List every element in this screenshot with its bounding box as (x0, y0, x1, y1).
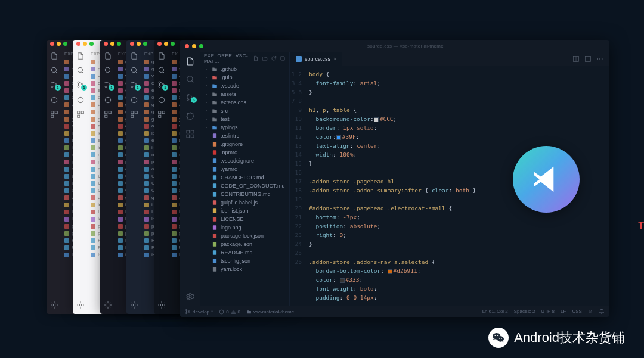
debug-icon[interactable] (76, 96, 85, 104)
folder-item[interactable]: extensions (200, 98, 289, 107)
close-icon[interactable] (185, 44, 189, 48)
cursor-position[interactable]: Ln 61, Col 2 (482, 309, 508, 315)
search-icon[interactable] (157, 66, 166, 74)
feedback-icon[interactable]: ☺ (588, 309, 593, 315)
file-name: CHANGELOG.md (221, 175, 264, 180)
extensions-icon[interactable] (130, 110, 138, 119)
file-name: .vscodeignore (221, 158, 254, 164)
debug-icon[interactable] (130, 96, 138, 104)
files-icon[interactable] (50, 52, 58, 60)
refresh-icon[interactable] (271, 55, 277, 61)
gear-icon[interactable] (185, 292, 195, 301)
extensions-icon[interactable] (76, 110, 85, 119)
file-item[interactable]: package-lock.json (200, 232, 289, 240)
svg-rect-25 (105, 115, 107, 117)
collapse-all-icon[interactable] (280, 55, 286, 61)
language-mode[interactable]: CSS (572, 309, 581, 315)
svg-rect-75 (586, 57, 591, 62)
svg-rect-62 (213, 183, 216, 188)
search-icon[interactable] (104, 66, 112, 74)
source-control-icon[interactable]: 3 (185, 92, 195, 103)
wechat-icon (488, 328, 509, 348)
gear-icon[interactable] (50, 301, 58, 309)
close-icon[interactable]: × (333, 56, 336, 62)
layout-icon[interactable] (584, 55, 592, 63)
file-item[interactable]: tsconfig.json (200, 257, 289, 265)
search-icon[interactable] (130, 66, 138, 74)
notifications-icon[interactable] (599, 309, 605, 315)
file-item[interactable]: package.json (200, 240, 289, 248)
extensions-icon[interactable] (185, 129, 195, 139)
maximize-icon[interactable] (199, 44, 203, 48)
file-item[interactable]: CHANGELOG.md (200, 173, 289, 182)
folder-item[interactable]: typings (200, 123, 289, 132)
file-item[interactable]: CODE_OF_CONDUCT.md (200, 182, 289, 190)
folder-item[interactable]: assets (200, 90, 289, 98)
minimize-icon[interactable] (192, 44, 196, 48)
eol[interactable]: LF (561, 309, 566, 315)
tab-source-css[interactable]: source.css × (290, 52, 343, 66)
folder-item[interactable]: .vscode (200, 82, 289, 90)
file-icon (212, 200, 218, 206)
encoding[interactable]: UTF-8 (541, 309, 555, 315)
search-icon[interactable] (76, 66, 85, 74)
file-name: gulpfile.babel.js (221, 200, 258, 206)
split-editor-icon[interactable] (572, 55, 580, 63)
explorer-header: EXPLORER: VSC-MAT… (204, 53, 253, 64)
gear-icon[interactable] (157, 301, 166, 309)
file-item[interactable]: LICENSE (200, 215, 289, 223)
svg-point-45 (187, 76, 193, 82)
file-item[interactable]: .npmrc (200, 148, 289, 157)
file-item[interactable]: yarn.lock (200, 265, 289, 273)
file-item[interactable]: .vscodeignore (200, 157, 289, 165)
folder-item[interactable]: .github (200, 65, 289, 73)
search-icon[interactable] (185, 74, 195, 84)
debug-icon[interactable] (50, 96, 58, 104)
files-icon[interactable] (76, 52, 85, 60)
files-icon[interactable] (185, 57, 195, 66)
project-indicator[interactable]: vsc-material-theme (246, 309, 294, 315)
file-item[interactable]: CONTRIBUTING.md (200, 190, 289, 198)
svg-point-8 (53, 304, 55, 306)
files-icon[interactable] (130, 52, 138, 60)
more-icon[interactable] (596, 55, 603, 63)
indentation[interactable]: Spaces: 2 (514, 309, 535, 315)
svg-point-11 (78, 86, 79, 88)
svg-point-86 (497, 335, 499, 336)
extensions-icon[interactable] (50, 110, 58, 119)
debug-icon[interactable] (157, 96, 166, 104)
svg-point-40 (159, 97, 164, 102)
gear-icon[interactable] (130, 301, 138, 309)
folder-icon (212, 91, 218, 97)
debug-icon[interactable] (185, 111, 195, 121)
new-file-icon[interactable] (253, 55, 259, 61)
file-item[interactable]: iconlist.json (200, 207, 289, 215)
file-item[interactable]: .eslintrc (200, 132, 289, 140)
git-badge: 3 (191, 97, 197, 103)
files-icon[interactable] (104, 52, 112, 60)
gear-icon[interactable] (104, 301, 112, 309)
folder-icon (212, 66, 218, 72)
folder-item[interactable]: src (200, 107, 289, 115)
file-item[interactable]: logo.png (200, 223, 289, 232)
file-item[interactable]: .gitignore (200, 140, 289, 148)
search-icon[interactable] (50, 66, 58, 74)
file-item[interactable]: README.md (200, 248, 289, 257)
svg-rect-69 (213, 242, 216, 247)
file-name: yarn.lock (221, 266, 242, 272)
extensions-icon[interactable] (104, 110, 112, 119)
folder-icon (212, 124, 218, 130)
file-item[interactable]: .yarnrc (200, 165, 289, 173)
svg-point-13 (78, 97, 83, 102)
file-item[interactable]: gulpfile.babel.js (200, 198, 289, 207)
branch-indicator[interactable]: develop* (185, 309, 213, 315)
debug-icon[interactable] (104, 96, 112, 104)
folder-item[interactable]: .gulp (200, 73, 289, 82)
svg-point-77 (599, 58, 600, 60)
files-icon[interactable] (157, 52, 166, 60)
extensions-icon[interactable] (157, 110, 166, 119)
problems-indicator[interactable]: 0 0 (219, 309, 240, 315)
gear-icon[interactable] (76, 301, 85, 309)
new-folder-icon[interactable] (262, 55, 268, 61)
folder-item[interactable]: test (200, 115, 289, 123)
